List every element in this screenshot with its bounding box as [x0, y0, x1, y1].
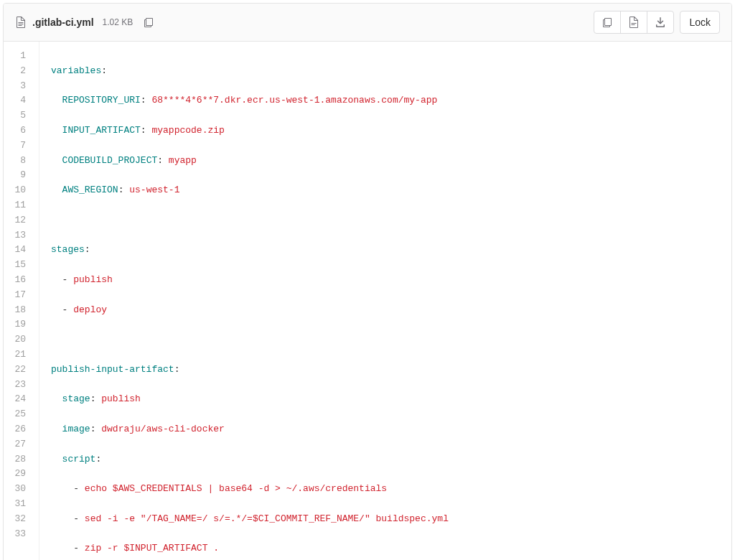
line-number[interactable]: 5: [4, 108, 32, 123]
download-icon: [655, 17, 666, 28]
line-number[interactable]: 14: [4, 243, 32, 258]
line-number[interactable]: 25: [4, 407, 32, 422]
yaml-key: publish-input-artifact: [51, 364, 174, 375]
yaml-key: REPOSITORY_URI: [62, 95, 141, 106]
line-numbers-gutter: 1234567891011121314151617181920212223242…: [4, 42, 39, 560]
yaml-key: CODEBUILD_PROJECT: [62, 155, 158, 166]
line-number[interactable]: 11: [4, 198, 32, 213]
yaml-key: AWS_REGION: [62, 185, 118, 195]
line-number[interactable]: 19: [4, 317, 32, 332]
copy-contents-button[interactable]: [594, 11, 621, 34]
yaml-value: us-west-1: [129, 185, 179, 195]
copy-path-icon[interactable]: [143, 17, 154, 28]
yaml-value: zip -r $INPUT_ARTIFACT .: [85, 543, 219, 554]
yaml-key: image: [62, 424, 90, 434]
yaml-key: script: [62, 454, 96, 465]
line-number[interactable]: 15: [4, 258, 32, 273]
document-icon: [15, 17, 27, 28]
line-number[interactable]: 12: [4, 213, 32, 228]
line-number[interactable]: 26: [4, 422, 32, 437]
yaml-value: myappcode.zip: [151, 125, 224, 136]
line-number[interactable]: 22: [4, 363, 32, 378]
svg-rect-1: [19, 24, 24, 24]
yaml-key: stages: [51, 244, 85, 255]
line-number[interactable]: 9: [4, 168, 32, 183]
file-title-left: .gitlab-ci.yml 1.02 KB: [15, 17, 154, 28]
yaml-value: deploy: [73, 304, 107, 315]
file-actions: Lock: [594, 11, 720, 34]
yaml-value: sed -i -e "/TAG_NAME=/ s/=.*/=$CI_COMMIT…: [85, 513, 449, 524]
yaml-key: variables: [51, 65, 101, 76]
duplicate-icon: [601, 17, 613, 28]
file-size: 1.02 KB: [103, 17, 134, 27]
svg-rect-0: [19, 22, 24, 23]
line-number[interactable]: 18: [4, 303, 32, 318]
yaml-value: publish: [73, 274, 113, 285]
line-number[interactable]: 27: [4, 437, 32, 452]
lock-button[interactable]: Lock: [680, 11, 720, 34]
line-number[interactable]: 1: [4, 49, 32, 64]
file-holder: .gitlab-ci.yml 1.02 KB Lock 123456789101…: [3, 3, 732, 560]
open-raw-button[interactable]: [620, 11, 647, 34]
line-number[interactable]: 3: [4, 79, 32, 94]
line-number[interactable]: 20: [4, 332, 32, 347]
line-number[interactable]: 33: [4, 527, 32, 542]
line-number[interactable]: 31: [4, 497, 32, 512]
line-number[interactable]: 4: [4, 93, 32, 108]
line-number[interactable]: 29: [4, 467, 32, 482]
file-action-group: [594, 11, 674, 34]
line-number[interactable]: 32: [4, 512, 32, 527]
yaml-value: publish: [101, 393, 141, 404]
line-number[interactable]: 24: [4, 392, 32, 407]
yaml-value: dwdraju/aws-cli-docker: [101, 424, 225, 434]
yaml-value: 68****4*6**7.dkr.ecr.us-west-1.amazonaws…: [151, 95, 437, 106]
file-name: .gitlab-ci.yml: [32, 17, 94, 28]
line-number[interactable]: 21: [4, 347, 32, 363]
svg-rect-2: [19, 25, 22, 26]
code-container: 1234567891011121314151617181920212223242…: [4, 42, 731, 560]
line-number[interactable]: 23: [4, 378, 32, 393]
line-number[interactable]: 17: [4, 288, 32, 303]
line-number[interactable]: 2: [4, 64, 32, 79]
line-number[interactable]: 16: [4, 273, 32, 288]
svg-rect-3: [632, 23, 637, 24]
doc-text-icon: [628, 17, 640, 28]
code-content[interactable]: variables: REPOSITORY_URI: 68****4*6**7.…: [39, 42, 731, 560]
line-number[interactable]: 30: [4, 482, 32, 497]
yaml-value: myapp: [169, 155, 197, 166]
download-button[interactable]: [647, 11, 674, 34]
line-number[interactable]: 8: [4, 154, 32, 169]
yaml-key: stage: [62, 393, 90, 404]
yaml-key: INPUT_ARTIFACT: [62, 125, 141, 136]
yaml-value: echo $AWS_CREDENTIALS | base64 -d > ~/.a…: [85, 483, 387, 494]
line-number[interactable]: 28: [4, 452, 32, 467]
line-number[interactable]: 10: [4, 183, 32, 198]
line-number[interactable]: 7: [4, 139, 32, 154]
line-number[interactable]: 6: [4, 123, 32, 139]
svg-rect-4: [632, 24, 635, 25]
file-title-bar: .gitlab-ci.yml 1.02 KB Lock: [4, 4, 731, 42]
line-number[interactable]: 13: [4, 228, 32, 243]
